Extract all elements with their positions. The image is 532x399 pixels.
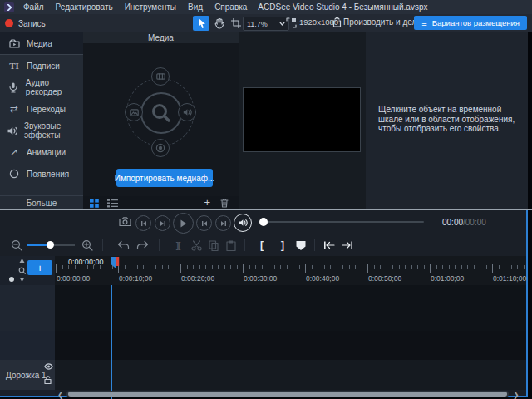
paste-button[interactable]	[224, 239, 239, 252]
ruler-tick	[212, 265, 213, 269]
undo-button[interactable]	[116, 239, 131, 252]
video-preview[interactable]	[243, 87, 361, 152]
snapshot-button[interactable]	[119, 216, 131, 227]
menu-view[interactable]: Вид	[182, 0, 209, 14]
toolbar-separator	[314, 239, 315, 251]
list-view-button[interactable]	[107, 199, 118, 208]
add-marker-button[interactable]	[293, 239, 308, 252]
unlock-icon[interactable]	[44, 376, 52, 384]
crop-tool-icon	[231, 18, 241, 28]
record-label: Запись	[18, 19, 46, 28]
sidebar-item-animations[interactable]: ↗ Анимации	[0, 141, 83, 163]
app-logo-icon[interactable]	[4, 2, 14, 12]
ruler-label: 0:00:20;00	[181, 274, 214, 283]
seek-bar[interactable]	[263, 221, 424, 223]
jump-to-start-button[interactable]	[322, 239, 337, 252]
trash-button[interactable]	[220, 198, 229, 208]
select-tool-button[interactable]	[193, 16, 209, 31]
scroll-right-arrow[interactable]: ❯	[513, 391, 520, 399]
ruler-tick	[162, 265, 163, 269]
redo-button[interactable]	[135, 239, 150, 252]
skip-start-icon	[201, 220, 208, 227]
add-media-button[interactable]: +	[204, 199, 210, 207]
sidebar-more-button[interactable]: Больше	[0, 195, 83, 209]
menu-tools[interactable]: Инструменты	[119, 0, 182, 14]
go-end-icon	[342, 241, 353, 249]
play-icon	[180, 219, 187, 228]
sidebar-item-transitions[interactable]: ⇄ Переходы	[0, 98, 83, 120]
ruler-tick	[424, 265, 425, 269]
cut-button[interactable]	[189, 239, 204, 252]
volume-button[interactable]	[234, 214, 252, 232]
track-1-lane[interactable]	[55, 360, 526, 390]
menu-help[interactable]: Справка	[209, 0, 253, 14]
zoom-level-select[interactable]: 11.7%	[243, 17, 289, 31]
add-track-button[interactable]: +	[27, 260, 52, 275]
audio-icon	[178, 103, 196, 121]
vertical-zoom-icon[interactable]	[17, 259, 26, 282]
track-height-slider-handle[interactable]	[9, 277, 14, 282]
zoom-in-button[interactable]	[80, 239, 95, 252]
ruler-tick	[230, 265, 231, 269]
ruler-tick	[137, 265, 138, 269]
ruler-tick	[155, 265, 156, 269]
track-lane-empty[interactable]	[55, 285, 526, 332]
playhead-flag[interactable]	[110, 256, 120, 269]
timeline-zoom-slider-handle[interactable]	[47, 241, 54, 249]
timeline-body: + Дорожка 1 0:00:00;00 0:00:00;000:00:10…	[0, 256, 526, 396]
eye-icon[interactable]	[44, 363, 53, 370]
sidebar-item-audio-recorder[interactable]: Аудио рекордер	[0, 76, 83, 98]
menu-edit[interactable]: Редактировать	[50, 0, 119, 14]
zoom-out-button[interactable]	[9, 239, 24, 252]
seek-handle[interactable]	[259, 218, 268, 226]
layout-options-button[interactable]: ≡ Вариантов размещения	[414, 16, 527, 30]
snapshot-icon	[119, 216, 131, 227]
copy-button[interactable]	[206, 239, 221, 252]
go-to-end-button[interactable]	[215, 215, 231, 231]
grid-view-button[interactable]	[90, 199, 99, 208]
ruler-tick	[505, 265, 505, 269]
import-media-button[interactable]: Импортировать медиаф...	[116, 169, 213, 187]
sidebar-more-label: Больше	[27, 199, 57, 208]
media-panel-title: Медиа	[148, 33, 174, 42]
mark-in-button[interactable]: [	[254, 239, 269, 252]
sidebar-item-behaviors[interactable]: Появления	[0, 163, 83, 185]
jump-to-end-button[interactable]	[340, 239, 355, 252]
ruler-tick	[474, 265, 475, 269]
record-button[interactable]: Запись	[5, 17, 46, 30]
main-area: Медиа TI Подписи Аудио рекордер ⇄ Перехо…	[0, 32, 528, 209]
mark-out-button[interactable]: ]	[275, 239, 290, 252]
mark-out-icon: ]	[281, 239, 284, 251]
app-window: Файл Редактировать Инструменты Вид Справ…	[0, 0, 532, 399]
play-button[interactable]	[173, 213, 194, 234]
layout-options-label: Вариантов размещения	[432, 18, 520, 27]
transitions-icon: ⇄	[7, 104, 21, 114]
go-to-start-button[interactable]	[196, 215, 212, 231]
previous-frame-button[interactable]	[135, 215, 151, 231]
import-media-label: Импортировать медиаф...	[115, 174, 215, 183]
hand-tool-button[interactable]	[211, 16, 228, 31]
sidebar-item-captions[interactable]: TI Подписи	[0, 55, 83, 76]
scroll-left-arrow[interactable]: ❮	[57, 391, 64, 399]
ruler-tick	[399, 265, 400, 269]
sidebar-item-media[interactable]: Медиа	[0, 32, 83, 55]
next-frame-button[interactable]	[155, 215, 170, 231]
timeline-ruler[interactable]: 0:00:00;00 0:00:00;000:00:10;000:00:20;0…	[55, 256, 526, 285]
timeline-tracks[interactable]	[55, 285, 526, 390]
menu-file[interactable]: Файл	[17, 0, 50, 14]
ruler-tick	[449, 265, 450, 269]
ruler-tick	[93, 265, 94, 269]
split-button[interactable]: ][	[170, 239, 185, 252]
horizontal-scrollbar-thumb[interactable]	[68, 392, 507, 397]
time-total: /00:00	[463, 218, 486, 227]
playhead-line[interactable]	[111, 285, 112, 399]
crop-tool-button[interactable]	[229, 16, 244, 31]
ruler-tick	[299, 265, 300, 269]
track-height-slider[interactable]	[12, 260, 12, 278]
sidebar-item-sound-effects[interactable]: Звуковые эффекты	[0, 120, 83, 141]
resize-icon[interactable]	[286, 17, 297, 28]
ruler-tick	[68, 265, 69, 269]
track-1-header[interactable]: Дорожка 1	[0, 360, 55, 390]
track-lane-empty[interactable]	[55, 331, 526, 361]
track-header-empty	[0, 285, 55, 331]
